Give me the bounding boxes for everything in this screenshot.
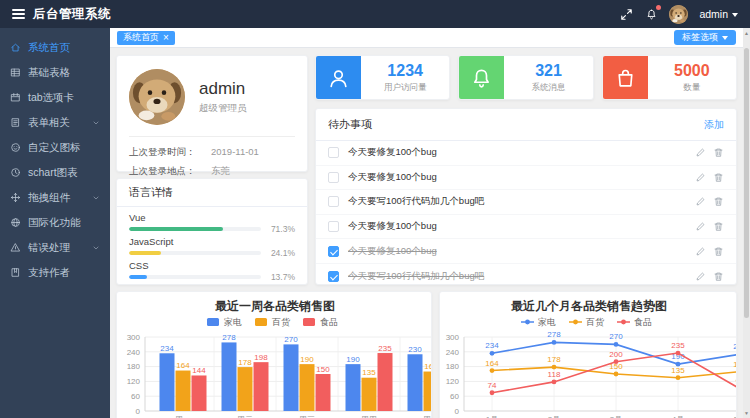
delete-icon[interactable] — [713, 271, 724, 282]
svg-text:百货: 百货 — [271, 317, 291, 327]
svg-text:190: 190 — [300, 355, 314, 364]
scroll-up-arrow[interactable]: ▲ — [743, 28, 750, 38]
svg-text:278: 278 — [222, 333, 236, 342]
todo-text: 今天要修复100个bug — [348, 220, 695, 233]
monthly-trend-line-chart: 最近几个月各品类销售趋势图家电百货食品1月2月3月4月5月06012018024… — [439, 291, 737, 418]
delete-icon[interactable] — [713, 147, 724, 158]
fullscreen-icon[interactable] — [619, 7, 633, 21]
sidebar-item-form[interactable]: 表单相关 — [0, 110, 110, 135]
todo-checkbox[interactable] — [328, 147, 339, 158]
svg-text:240: 240 — [446, 348, 460, 357]
profile-avatar — [129, 69, 185, 125]
todo-text: 今天要修复100个bug — [348, 245, 695, 258]
edit-icon[interactable] — [695, 271, 706, 282]
tab-home[interactable]: 系统首页 × — [117, 31, 175, 45]
main-content: admin 超级管理员 上次登录时间： 2019-11-01 上次登录地点： 东… — [110, 48, 743, 418]
drag-icon — [10, 192, 28, 203]
stat-card-bag[interactable]: 5000数量 — [602, 55, 737, 100]
sidebar-item-chart[interactable]: schart图表 — [0, 160, 110, 185]
user-avatar[interactable] — [669, 5, 688, 24]
todo-checkbox[interactable] — [328, 271, 339, 282]
sidebar-item-label: tab选项卡 — [28, 91, 74, 105]
svg-text:118: 118 — [548, 370, 561, 379]
svg-text:180: 180 — [127, 362, 141, 371]
stat-card-bell[interactable]: 321系统消息 — [458, 55, 593, 100]
notification-bell-icon[interactable] — [644, 7, 658, 21]
delete-icon[interactable] — [713, 196, 724, 207]
sidebar-item-globe[interactable]: 国际化功能 — [0, 210, 110, 235]
sidebar-item-label: 系统首页 — [28, 41, 70, 55]
todo-checkbox[interactable] — [328, 196, 339, 207]
sidebar-item-home[interactable]: 系统首页 — [0, 35, 110, 60]
hamburger-menu-icon[interactable] — [0, 9, 25, 19]
tag-options-button[interactable]: 标签选项 — [674, 30, 736, 45]
svg-text:230: 230 — [733, 342, 737, 351]
sidebar-item-support[interactable]: 支持作者 — [0, 260, 110, 285]
progress-track — [129, 275, 261, 280]
language-card-title: 语言详情 — [117, 179, 307, 207]
todo-text: 今天要写100行代码加几个bug吧 — [348, 270, 695, 283]
chart-icon — [10, 167, 28, 178]
edit-icon[interactable] — [695, 147, 706, 158]
sidebar-item-tabs[interactable]: tab选项卡 — [0, 85, 110, 110]
tabs-icon — [10, 92, 28, 103]
close-icon[interactable]: × — [163, 33, 169, 43]
edit-icon[interactable] — [695, 221, 706, 232]
todo-text: 今天要修复100个bug — [348, 146, 695, 159]
svg-text:120: 120 — [446, 377, 460, 386]
delete-icon[interactable] — [713, 246, 724, 257]
vertical-scrollbar[interactable]: ▲ ▼ — [743, 28, 750, 418]
sidebar-item-label: schart图表 — [28, 166, 78, 180]
svg-text:235: 235 — [378, 344, 392, 353]
sidebar-item-drag[interactable]: 拖拽组件 — [0, 185, 110, 210]
svg-text:0: 0 — [136, 407, 141, 416]
svg-text:278: 278 — [547, 330, 561, 339]
tab-home-label: 系统首页 — [123, 31, 159, 44]
bag-icon — [603, 56, 648, 100]
edit-icon[interactable] — [695, 196, 706, 207]
svg-text:178: 178 — [238, 358, 252, 367]
stat-label: 系统消息 — [531, 82, 565, 94]
todo-checkbox[interactable] — [328, 221, 339, 232]
todo-checkbox[interactable] — [328, 246, 339, 257]
form-icon — [10, 117, 28, 128]
scrollbar-thumb[interactable] — [744, 48, 749, 318]
svg-text:74: 74 — [488, 381, 497, 390]
sidebar-item-label: 国际化功能 — [28, 216, 81, 230]
top-header: 后台管理系统 admin — [0, 0, 750, 28]
todo-item: 今天要修复100个bug — [316, 141, 736, 166]
svg-text:230: 230 — [408, 345, 422, 354]
scroll-down-arrow[interactable]: ▼ — [743, 408, 750, 418]
svg-text:300: 300 — [127, 333, 141, 342]
language-name: Vue — [129, 212, 295, 223]
username-label: admin — [699, 8, 728, 20]
chevron-down-icon — [722, 36, 728, 40]
edit-icon[interactable] — [695, 172, 706, 183]
user-menu[interactable]: admin — [699, 8, 738, 20]
sidebar-item-warning[interactable]: 错误处理 — [0, 235, 110, 260]
chevron-down-icon — [92, 244, 100, 252]
line-chart-canvas: 最近几个月各品类销售趋势图家电百货食品1月2月3月4月5月06012018024… — [440, 292, 737, 418]
stat-card-user[interactable]: 1234用户访问量 — [315, 55, 450, 100]
todo-checkbox[interactable] — [328, 172, 339, 183]
todo-text: 今天要修复100个bug — [348, 171, 695, 184]
sidebar-item-label: 拖拽组件 — [28, 191, 70, 205]
todo-text: 今天要写100行代码加几个bug吧 — [348, 195, 695, 208]
svg-text:300: 300 — [446, 333, 460, 342]
globe-icon — [10, 217, 28, 228]
sidebar-item-smile[interactable]: 自定义图标 — [0, 135, 110, 160]
sidebar-nav: 系统首页基础表格tab选项卡表单相关自定义图标schart图表拖拽组件国际化功能… — [0, 28, 110, 418]
sidebar-item-label: 基础表格 — [28, 66, 70, 80]
delete-icon[interactable] — [713, 221, 724, 232]
edit-icon[interactable] — [695, 246, 706, 257]
todo-item: 今天要修复100个bug — [316, 239, 736, 264]
todo-add-button[interactable]: 添加 — [704, 118, 724, 132]
svg-text:最近几个月各品类销售趋势图: 最近几个月各品类销售趋势图 — [511, 299, 667, 313]
delete-icon[interactable] — [713, 172, 724, 183]
svg-text:160: 160 — [424, 362, 432, 371]
home-icon — [10, 42, 28, 53]
svg-text:144: 144 — [192, 366, 206, 375]
svg-text:0: 0 — [455, 407, 460, 416]
svg-text:家电: 家电 — [224, 317, 242, 327]
sidebar-item-table[interactable]: 基础表格 — [0, 60, 110, 85]
